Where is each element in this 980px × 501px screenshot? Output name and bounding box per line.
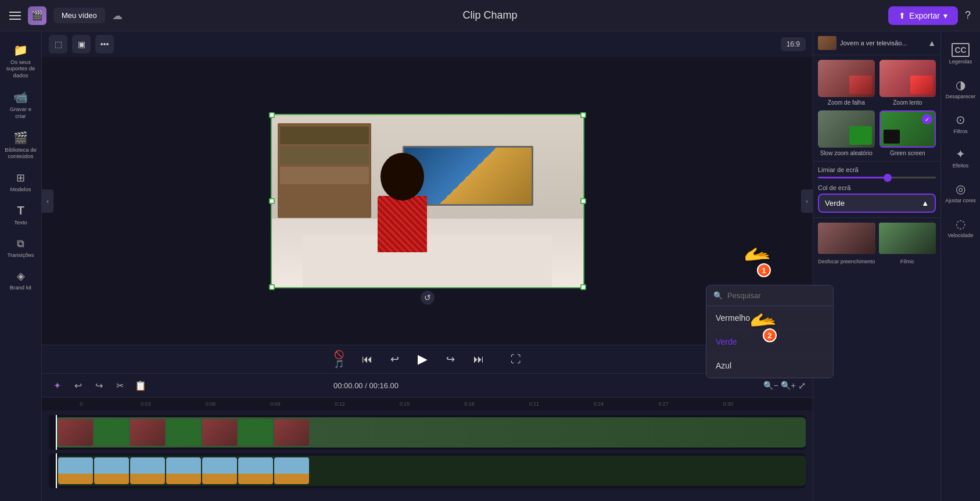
- clip-frame: [166, 419, 201, 446]
- resize-handle-tr[interactable]: [580, 112, 586, 118]
- playhead-2: [56, 453, 57, 488]
- aspect-ratio-button[interactable]: 16:9: [781, 37, 806, 51]
- dropdown-search-input[interactable]: [727, 291, 826, 300]
- more-options-button[interactable]: •••: [95, 35, 114, 53]
- sidebar-item-models[interactable]: ⊞ Modelos: [2, 167, 40, 197]
- resize-handle-ml[interactable]: [269, 198, 275, 204]
- effects-icon: ✦: [956, 147, 965, 161]
- project-name-button[interactable]: Meu vídeo: [53, 8, 105, 23]
- threshold-label: Limiar de ecrã: [818, 166, 936, 173]
- video-frame[interactable]: ↺: [271, 114, 584, 288]
- ruler-mark-0: 0: [49, 401, 113, 407]
- track-2[interactable]: [49, 453, 806, 488]
- color-label: Col de ecrã: [818, 184, 936, 191]
- effect-slow-zoom[interactable]: Slow zoom aleatório: [818, 110, 875, 156]
- undo-button[interactable]: ↩: [70, 377, 86, 393]
- bottom-thumb-2[interactable]: [879, 223, 936, 254]
- color-dropdown-panel: 🔍 Vermelho Verde Azul: [706, 285, 834, 378]
- clipboard-button[interactable]: 📋: [132, 377, 149, 393]
- preview-toolbar: ⬚ ▣ ••• 16:9: [42, 31, 813, 57]
- sidebar-item-text[interactable]: T Texto: [2, 199, 40, 230]
- redo-button[interactable]: ↪: [91, 377, 107, 393]
- ruler-mark-8: 0:24: [566, 401, 631, 407]
- clip-frame: [238, 457, 273, 484]
- chevron-down-icon: ▾: [943, 11, 947, 20]
- scroll-up-button[interactable]: ▲: [928, 38, 936, 48]
- video-title: Jovem a ver televisão...: [840, 40, 924, 46]
- sidebar-item-label: Brand kit: [10, 284, 32, 291]
- brand-icon: ◈: [17, 270, 25, 282]
- effect-label-zoom-falha: Zoom de falha: [818, 99, 875, 106]
- right-panel: Jovem a ver televisão... ▲ Zoom de falha: [813, 31, 940, 501]
- bottom-thumb-1[interactable]: [818, 223, 875, 254]
- speed-icon: ◌: [956, 217, 965, 231]
- selected-color-label: Verde: [825, 199, 845, 207]
- dropdown-option-azul[interactable]: Azul: [706, 354, 833, 378]
- effect-thumb-slow-zoom: [818, 110, 875, 148]
- far-right-filtros[interactable]: ⊙ Filtros: [943, 108, 979, 139]
- dropdown-option-vermelho[interactable]: Vermelho: [706, 306, 833, 330]
- picture-in-picture-button[interactable]: ▣: [72, 35, 91, 53]
- topbar: 🎬 Meu vídeo ☁ Clip Champ ⬆ Exportar ▾ ?: [0, 0, 980, 31]
- expand-timeline-button[interactable]: ⤢: [798, 378, 806, 393]
- skip-back-button[interactable]: ⏮: [358, 350, 376, 368]
- track-1-clip[interactable]: [56, 417, 806, 448]
- sidebar-item-label: Texto: [14, 219, 27, 226]
- library-icon: 🎬: [13, 131, 28, 145]
- forward-button[interactable]: ↪: [441, 350, 460, 368]
- magic-edit-button[interactable]: ✦: [49, 377, 65, 393]
- effect-zoom-lento[interactable]: Zoom lento: [880, 60, 936, 106]
- cut-button[interactable]: ✂: [112, 377, 128, 393]
- sidebar-item-brand[interactable]: ◈ Brand kit: [2, 265, 40, 295]
- threshold-slider-container: [818, 177, 936, 178]
- track-2-clip[interactable]: [56, 456, 806, 486]
- zoom-controls: 🔍− 🔍+ ⤢: [763, 378, 806, 393]
- resize-handle-tl[interactable]: [269, 112, 275, 118]
- effect-label-zoom-lento: Zoom lento: [880, 99, 936, 106]
- color-dropdown[interactable]: Verde ▲: [818, 194, 936, 213]
- playhead: [56, 415, 57, 450]
- track-1[interactable]: [49, 415, 806, 450]
- topbar-right: ⬆ Exportar ▾ ?: [888, 6, 971, 25]
- no-audio-button[interactable]: 🚫🎵: [330, 350, 349, 368]
- zoom-in-button[interactable]: 🔍+: [781, 378, 796, 393]
- far-right-legendas[interactable]: CC Legendas: [943, 38, 979, 70]
- clip-frame: [202, 457, 237, 484]
- dropdown-option-verde[interactable]: Verde: [706, 330, 833, 354]
- sidebar-item-data[interactable]: 📁 Os seus suportes de dados: [2, 38, 40, 83]
- ruler-mark-5: 0:15: [372, 401, 437, 407]
- far-right-ajustar[interactable]: ◎ Ajustar cores: [943, 177, 979, 209]
- zoom-out-button[interactable]: 🔍−: [763, 378, 778, 393]
- collapse-right-button[interactable]: ›: [801, 189, 813, 213]
- skip-forward-button[interactable]: ⏭: [469, 350, 488, 368]
- far-right-efeitos[interactable]: ✦ Efeitos: [943, 142, 979, 174]
- resize-handle-br[interactable]: [580, 284, 586, 290]
- rotate-handle[interactable]: ↺: [421, 291, 435, 305]
- play-button[interactable]: ▶: [414, 350, 432, 368]
- export-button[interactable]: ⬆ Exportar ▾: [888, 6, 958, 25]
- effect-thumb-zoom-falha: [818, 60, 875, 97]
- crop-tool-button[interactable]: ⬚: [49, 35, 67, 53]
- collapse-left-button[interactable]: ‹: [42, 189, 53, 213]
- far-right-desaparecer[interactable]: ◑ Desaparecer: [943, 73, 979, 105]
- sidebar-item-library[interactable]: 🎬 Biblioteca de conteúdos: [2, 126, 40, 164]
- rewind-button[interactable]: ↩: [386, 350, 404, 368]
- effect-label-slow-zoom: Slow zoom aleatório: [818, 150, 875, 156]
- bottom-thumb-labels: Desfocar preenchimento Fílmic: [813, 259, 940, 267]
- effect-green-screen[interactable]: ✓ Green screen: [880, 110, 936, 156]
- sidebar-item-transitions[interactable]: ⧉ Transições: [2, 233, 40, 263]
- sidebar-item-label: Transições: [7, 252, 34, 258]
- menu-icon[interactable]: [9, 12, 21, 20]
- far-right-velocidade[interactable]: ◌ Velocidade: [943, 212, 979, 244]
- far-right-label: Filtros: [953, 128, 968, 135]
- resize-handle-bl[interactable]: [269, 284, 275, 290]
- resize-handle-mr[interactable]: [580, 198, 586, 204]
- sidebar-item-record[interactable]: 📹 Gravar e criar: [2, 85, 40, 124]
- effect-zoom-falha[interactable]: Zoom de falha: [818, 60, 875, 106]
- cc-icon: CC: [952, 43, 969, 57]
- help-icon[interactable]: ?: [965, 9, 971, 22]
- timeline-time-display: 00:00.00 / 00:16.00: [333, 381, 399, 390]
- fullscreen-button[interactable]: ⛶: [507, 350, 525, 368]
- threshold-slider[interactable]: [818, 177, 936, 178]
- clip-frame: [130, 419, 165, 446]
